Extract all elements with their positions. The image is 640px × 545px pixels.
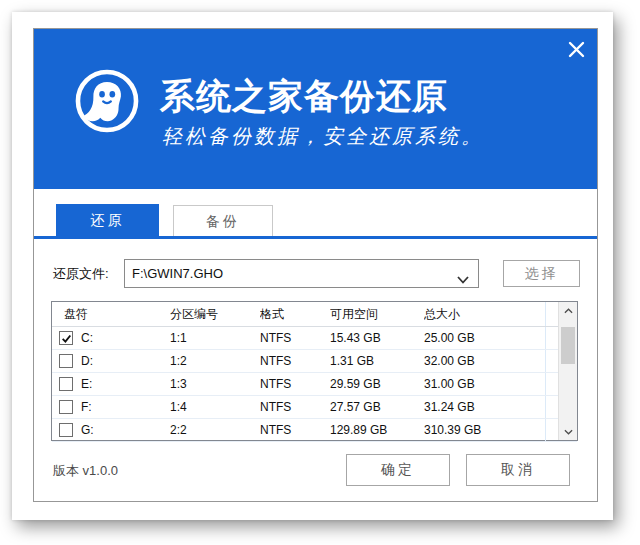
table-row[interactable]: E: 1:3 NTFS 29.59 GB 31.00 GB xyxy=(52,373,577,396)
app-title: 系统之家备份还原 xyxy=(160,73,448,120)
table-row[interactable]: G: 2:2 NTFS 129.89 GB 310.39 GB xyxy=(52,419,577,442)
cell-total: 31.00 GB xyxy=(424,373,545,395)
cancel-button[interactable]: 取消 xyxy=(466,454,570,486)
column-header-free[interactable]: 可用空间 xyxy=(330,302,424,326)
chevron-down-icon xyxy=(564,429,573,435)
cell-partition: 2:2 xyxy=(170,419,260,441)
cell-drive: E: xyxy=(81,377,92,391)
cell-total: 31.24 GB xyxy=(424,396,545,418)
table-row[interactable]: D: 1:2 NTFS 1.31 GB 32.00 GB xyxy=(52,350,577,373)
app-header: 系统之家备份还原 轻松备份数据，安全还原系统。 xyxy=(34,29,597,189)
cell-total: 25.00 GB xyxy=(424,327,545,349)
window-card: 系统之家备份还原 轻松备份数据，安全还原系统。 还原 备份 还原文件: F:\G… xyxy=(12,12,613,520)
cell-drive: C: xyxy=(81,331,93,345)
scroll-down-button[interactable] xyxy=(559,423,578,440)
cell-partition: 1:3 xyxy=(170,373,260,395)
ok-button[interactable]: 确定 xyxy=(346,454,450,486)
cell-free: 27.57 GB xyxy=(330,396,424,418)
cell-format: NTFS xyxy=(260,327,330,349)
cell-partition: 1:2 xyxy=(170,350,260,372)
restore-file-combobox[interactable]: F:\GWIN7.GHO xyxy=(124,259,479,288)
vertical-scrollbar[interactable] xyxy=(558,302,577,440)
tab-restore[interactable]: 还原 xyxy=(56,204,159,237)
cell-free: 129.89 GB xyxy=(330,419,424,441)
row-checkbox[interactable] xyxy=(59,331,73,345)
column-header-format[interactable]: 格式 xyxy=(260,302,330,326)
app-window: 系统之家备份还原 轻松备份数据，安全还原系统。 还原 备份 还原文件: F:\G… xyxy=(33,28,598,502)
partition-table: 盘符 分区编号 格式 可用空间 总大小 C: 1:1 NTFS xyxy=(51,301,578,441)
ghost-logo-icon xyxy=(73,67,141,135)
scroll-up-button[interactable] xyxy=(559,302,578,319)
row-checkbox[interactable] xyxy=(59,400,73,414)
table-header-row: 盘符 分区编号 格式 可用空间 总大小 xyxy=(52,302,577,327)
column-header-total[interactable]: 总大小 xyxy=(424,302,545,326)
close-button[interactable] xyxy=(564,39,588,63)
cell-format: NTFS xyxy=(260,350,330,372)
restore-file-label: 还原文件: xyxy=(53,259,109,288)
table-row[interactable]: C: 1:1 NTFS 15.43 GB 25.00 GB xyxy=(52,327,577,350)
cell-total: 32.00 GB xyxy=(424,350,545,372)
column-header-drive[interactable]: 盘符 xyxy=(52,302,170,326)
cell-format: NTFS xyxy=(260,373,330,395)
cell-partition: 1:1 xyxy=(170,327,260,349)
cell-format: NTFS xyxy=(260,419,330,441)
chevron-down-icon xyxy=(457,270,469,288)
cell-drive: F: xyxy=(81,400,92,414)
select-button[interactable]: 选择 xyxy=(503,260,580,287)
cell-free: 15.43 GB xyxy=(330,327,424,349)
column-header-filler xyxy=(545,302,559,326)
chevron-up-icon xyxy=(564,308,573,314)
row-checkbox[interactable] xyxy=(59,423,73,437)
cell-total: 310.39 GB xyxy=(424,419,545,441)
cell-format: NTFS xyxy=(260,396,330,418)
scroll-thumb[interactable] xyxy=(561,327,575,364)
version-label: 版本 v1.0.0 xyxy=(53,462,118,480)
row-checkbox[interactable] xyxy=(59,354,73,368)
screen: 系统之家备份还原 轻松备份数据，安全还原系统。 还原 备份 还原文件: F:\G… xyxy=(0,0,640,545)
cell-drive: D: xyxy=(81,354,93,368)
app-subtitle: 轻松备份数据，安全还原系统。 xyxy=(162,123,484,150)
restore-file-value: F:\GWIN7.GHO xyxy=(132,260,223,287)
cell-free: 29.59 GB xyxy=(330,373,424,395)
tab-backup[interactable]: 备份 xyxy=(173,205,273,237)
cell-drive: G: xyxy=(81,423,94,437)
table-row[interactable]: F: 1:4 NTFS 27.57 GB 31.24 GB xyxy=(52,396,577,419)
tab-underline xyxy=(34,236,597,239)
checkmark-icon xyxy=(61,333,72,344)
column-header-partition[interactable]: 分区编号 xyxy=(170,302,260,326)
cell-partition: 1:4 xyxy=(170,396,260,418)
cell-free: 1.31 GB xyxy=(330,350,424,372)
row-checkbox[interactable] xyxy=(59,377,73,391)
close-icon xyxy=(567,40,586,63)
